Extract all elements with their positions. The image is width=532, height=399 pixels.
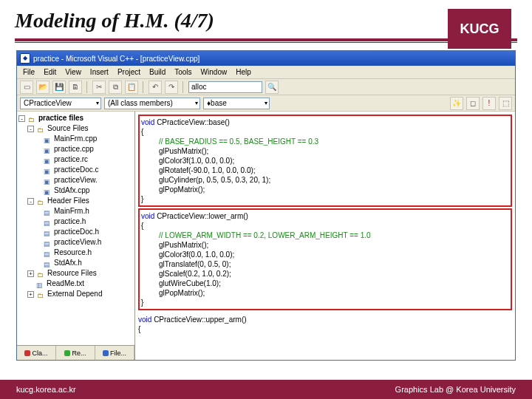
txt-file-icon: ▥ xyxy=(36,280,45,287)
h-file-icon: ▤ xyxy=(44,228,52,236)
h-file-icon: ▤ xyxy=(44,259,52,267)
code-line: glTranslatef(0, 0.5, 0); xyxy=(141,259,509,269)
menu-edit[interactable]: Edit xyxy=(39,66,61,78)
expand-icon[interactable]: + xyxy=(27,270,34,277)
kucg-badge: KUCG xyxy=(448,9,511,49)
copy-icon[interactable]: ⧉ xyxy=(109,81,122,94)
h-file-icon: ▤ xyxy=(44,208,52,215)
code-line: glPopMatrix(); xyxy=(141,288,509,298)
code-line: glutWireCube(1.0); xyxy=(141,279,509,288)
menu-insert[interactable]: Insert xyxy=(86,66,113,78)
tab-fileview[interactable]: File... xyxy=(95,346,134,360)
tree-file[interactable]: Resource.h xyxy=(54,248,92,258)
folder-icon: 🗀 xyxy=(37,125,46,132)
tree-folder-external[interactable]: External Depend xyxy=(47,289,103,299)
highlighted-block-lower-arm: void CPracticeView::lower_arm() { // LOW… xyxy=(138,208,512,310)
tree-file[interactable]: practice.h xyxy=(54,216,86,227)
tree-file[interactable]: practiceView. xyxy=(54,175,98,185)
collapse-icon[interactable]: - xyxy=(27,198,34,205)
project-icon[interactable]: ⬚ xyxy=(499,97,512,110)
tab-resourceview[interactable]: Re... xyxy=(56,346,95,360)
slide-footer: kucg.korea.ac.kr Graphics Lab @ Korea Un… xyxy=(0,380,532,399)
undo-icon[interactable]: ↶ xyxy=(149,81,162,94)
ide-main: -🗀practice files -🗀Source Files ▣MainFrm… xyxy=(17,112,515,360)
menu-file[interactable]: File xyxy=(18,66,39,78)
code-comment: // BASE_RADIUS == 0.5, BASE_HEIGHT == 0.… xyxy=(141,137,509,146)
find-combo[interactable]: alloc xyxy=(188,81,262,93)
tree-file[interactable]: practiceDoc.c xyxy=(54,165,99,175)
tab-classview[interactable]: Cla... xyxy=(17,346,56,360)
ide-window: ◆ practice - Microsoft Visual C++ - [pra… xyxy=(16,50,516,361)
bookmark-icon[interactable]: ◻ xyxy=(466,97,480,110)
menu-view[interactable]: View xyxy=(61,66,86,78)
folder-icon: 🗀 xyxy=(37,197,46,205)
h-file-icon: ▤ xyxy=(44,239,52,246)
menu-window[interactable]: Window xyxy=(197,66,232,78)
resourceview-icon xyxy=(64,350,70,356)
expand-icon[interactable]: + xyxy=(27,291,34,298)
tree-file[interactable]: MainFrm.h xyxy=(54,206,89,216)
menu-build[interactable]: Build xyxy=(145,66,170,78)
workspace-sidebar: -🗀practice files -🗀Source Files ▣MainFrm… xyxy=(17,112,135,360)
wizard-icon[interactable]: ✨ xyxy=(450,97,463,110)
code-line: glPopMatrix(); xyxy=(141,185,509,194)
standard-toolbar: ▭ 📂 💾 🗎 ✂ ⧉ 📋 ↶ ↷ alloc 🔍 xyxy=(17,79,515,95)
save-all-icon[interactable]: 🗎 xyxy=(69,81,82,94)
tab-label: Cla... xyxy=(32,349,47,357)
h-file-icon: ▤ xyxy=(44,218,52,225)
function-dropdown-label: base xyxy=(211,99,227,107)
menu-tools[interactable]: Tools xyxy=(170,66,196,78)
cpp-file-icon: ▣ xyxy=(44,187,52,194)
fn2-sig: CPracticeView::lower_arm() xyxy=(157,212,248,220)
tree-file[interactable]: StdAfx.h xyxy=(54,258,82,268)
new-file-icon[interactable]: ▭ xyxy=(20,81,33,94)
footer-left: kucg.korea.ac.kr xyxy=(16,385,76,394)
tree-folder-resource[interactable]: Resource Files xyxy=(47,268,97,279)
footer-right: Graphics Lab @ Korea University xyxy=(395,385,516,394)
h-file-icon: ▤ xyxy=(44,249,52,256)
fileview-icon xyxy=(103,350,109,356)
workspace-icon: 🗀 xyxy=(28,115,37,122)
class-dropdown[interactable]: CPracticeView xyxy=(20,98,101,109)
menu-project[interactable]: Project xyxy=(113,66,145,78)
collapse-icon[interactable]: - xyxy=(18,115,25,122)
tree-file[interactable]: practice.cpp xyxy=(54,144,94,154)
code-line: glPushMatrix(); xyxy=(141,240,509,250)
cpp-file-icon: ▣ xyxy=(44,146,52,153)
members-dropdown[interactable]: (All class members) xyxy=(104,98,200,109)
tree-file[interactable]: ReadMe.txt xyxy=(47,279,84,289)
folder-icon: 🗀 xyxy=(37,290,46,298)
code-line: glColor3f(1.0, 0.0, 0.0); xyxy=(141,156,509,166)
cpp-file-icon: ▣ xyxy=(44,166,52,174)
highlighted-block-base: void CPracticeView::base() { // BASE_RAD… xyxy=(138,115,512,207)
save-icon[interactable]: 💾 xyxy=(52,81,66,94)
code-line: glPushMatrix(); xyxy=(141,146,509,156)
window-title: practice - Microsoft Visual C++ - [pract… xyxy=(33,55,200,63)
workspace-tabs: Cla... Re... File... xyxy=(17,345,134,360)
class-toolbar: CPracticeView (All class members) ♦ base… xyxy=(17,95,515,112)
window-titlebar[interactable]: ◆ practice - Microsoft Visual C++ - [pra… xyxy=(17,51,515,66)
collapse-icon[interactable]: - xyxy=(27,126,34,132)
tree-root[interactable]: practice files xyxy=(38,113,83,123)
redo-icon[interactable]: ↷ xyxy=(165,81,178,94)
tree-file[interactable]: MainFrm.cpp xyxy=(54,134,97,144)
find-icon[interactable]: 🔍 xyxy=(265,81,279,94)
tree-folder-header[interactable]: Header Files xyxy=(47,196,89,206)
cpp-file-icon: ▣ xyxy=(44,135,52,143)
menu-help[interactable]: Help xyxy=(231,66,256,78)
tree-file[interactable]: practiceDoc.h xyxy=(54,227,99,237)
tree-file[interactable]: practice.rc xyxy=(54,154,88,165)
code-editor[interactable]: void CPracticeView::base() { // BASE_RAD… xyxy=(135,112,515,360)
cpp-file-icon: ▣ xyxy=(44,177,52,184)
function-dropdown[interactable]: ♦ base xyxy=(203,98,270,109)
tree-file[interactable]: StdAfx.cpp xyxy=(54,185,89,196)
file-tree[interactable]: -🗀practice files -🗀Source Files ▣MainFrm… xyxy=(17,112,134,345)
cut-icon[interactable]: ✂ xyxy=(92,81,106,94)
toolbar-separator xyxy=(143,81,144,93)
alert-icon[interactable]: ! xyxy=(482,97,496,110)
toolbar-separator xyxy=(183,81,184,93)
open-icon[interactable]: 📂 xyxy=(36,81,50,94)
tree-file[interactable]: practiceView.h xyxy=(54,237,101,248)
tree-folder-source[interactable]: Source Files xyxy=(47,123,89,134)
paste-icon[interactable]: 📋 xyxy=(125,81,138,94)
